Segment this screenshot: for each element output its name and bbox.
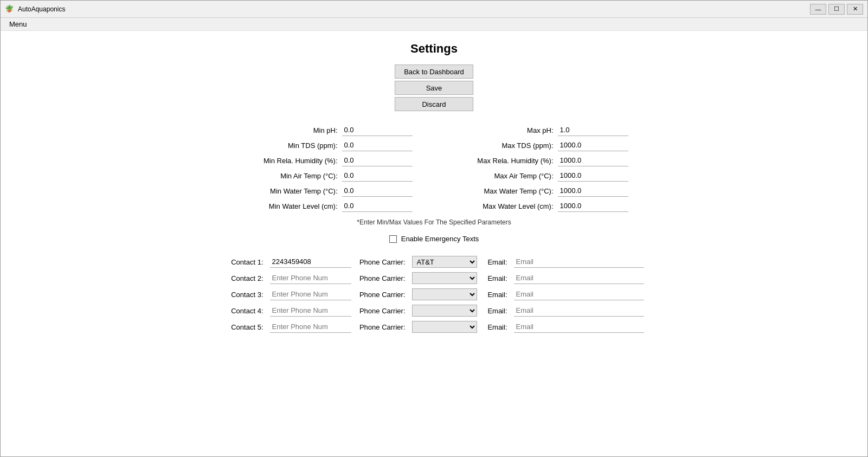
contact-5-label: Contact 5:	[224, 323, 263, 331]
params-section: Min pH: Min TDS (ppm): Min Rela. Humidit…	[240, 124, 628, 212]
max-ph-label: Max pH:	[456, 126, 554, 134]
contacts-section: Contact 1: Phone Carrier: AT&T Verizon T…	[224, 256, 644, 333]
min-water-temp-input[interactable]	[342, 185, 413, 197]
min-tds-row: Min TDS (ppm):	[240, 139, 413, 151]
min-water-level-label: Min Water Level (cm):	[240, 202, 338, 210]
min-humidity-label: Min Rela. Humidity (%):	[240, 157, 338, 165]
contact-2-email-input[interactable]	[514, 272, 644, 284]
enable-emergency-checkbox[interactable]	[389, 235, 397, 243]
min-humidity-input[interactable]	[342, 155, 413, 166]
min-water-level-input[interactable]	[342, 200, 413, 212]
action-buttons: Back to Dashboard Save Discard	[395, 65, 473, 111]
page-title: Settings	[410, 42, 458, 56]
close-button[interactable]: ✕	[847, 4, 863, 15]
max-params-col: Max pH: Max TDS (ppm): Max Rela. Humidit…	[456, 124, 628, 212]
contact-4-label: Contact 4:	[224, 307, 263, 315]
contact-2-carrier-select[interactable]: AT&T Verizon T-Mobile Sprint Other	[412, 272, 477, 284]
title-bar: 🪴 AutoAquaponics — ☐ ✕	[1, 1, 867, 18]
contact-4-carrier-select[interactable]: AT&T Verizon T-Mobile Sprint Other	[412, 305, 477, 317]
emergency-row: Enable Emergency Texts	[389, 235, 479, 243]
max-humidity-label: Max Rela. Humidity (%):	[456, 157, 554, 165]
max-ph-input[interactable]	[558, 124, 628, 136]
contact-3-carrier-label: Phone Carrier:	[358, 291, 406, 299]
min-humidity-row: Min Rela. Humidity (%):	[240, 155, 413, 166]
title-bar-controls: — ☐ ✕	[810, 4, 863, 15]
title-bar-left: 🪴 AutoAquaponics	[5, 4, 65, 14]
menu-item-menu[interactable]: Menu	[5, 19, 31, 29]
contact-3-row: Contact 3: Phone Carrier: AT&T Verizon T…	[224, 288, 644, 300]
max-air-temp-label: Max Air Temp (°C):	[456, 172, 554, 180]
max-water-temp-label: Max Water Temp (°C):	[456, 187, 554, 195]
contact-5-carrier-select[interactable]: AT&T Verizon T-Mobile Sprint Other	[412, 321, 477, 333]
max-tds-row: Max TDS (ppm):	[456, 139, 628, 151]
contact-2-row: Contact 2: Phone Carrier: AT&T Verizon T…	[224, 272, 644, 284]
contact-1-email-label: Email:	[484, 258, 507, 266]
contact-1-email-input[interactable]	[514, 256, 644, 268]
min-air-temp-label: Min Air Temp (°C):	[240, 172, 338, 180]
min-water-level-row: Min Water Level (cm):	[240, 200, 413, 212]
contact-5-row: Contact 5: Phone Carrier: AT&T Verizon T…	[224, 321, 644, 333]
min-ph-label: Min pH:	[240, 126, 338, 134]
contact-5-carrier-label: Phone Carrier:	[358, 323, 406, 331]
min-ph-row: Min pH:	[240, 124, 413, 136]
contact-3-email-label: Email:	[484, 291, 507, 299]
max-water-temp-row: Max Water Temp (°C):	[456, 185, 628, 197]
contact-3-label: Contact 3:	[224, 291, 263, 299]
contact-3-carrier-select[interactable]: AT&T Verizon T-Mobile Sprint Other	[412, 288, 477, 300]
enable-emergency-label: Enable Emergency Texts	[401, 235, 479, 243]
min-air-temp-row: Min Air Temp (°C):	[240, 170, 413, 182]
max-air-temp-row: Max Air Temp (°C):	[456, 170, 628, 182]
max-tds-label: Max TDS (ppm):	[456, 141, 554, 150]
max-water-level-row: Max Water Level (cm):	[456, 200, 628, 212]
contact-4-email-input[interactable]	[514, 305, 644, 317]
contact-2-carrier-label: Phone Carrier:	[358, 274, 406, 282]
back-to-dashboard-button[interactable]: Back to Dashboard	[395, 65, 473, 79]
max-water-temp-input[interactable]	[558, 185, 628, 197]
contact-5-email-label: Email:	[484, 323, 507, 331]
max-water-level-label: Max Water Level (cm):	[456, 202, 554, 210]
max-humidity-row: Max Rela. Humidity (%):	[456, 155, 628, 166]
app-window: 🪴 AutoAquaponics — ☐ ✕ Menu Settings Bac…	[0, 0, 868, 457]
contact-5-phone-input[interactable]	[270, 321, 351, 333]
contact-3-email-input[interactable]	[514, 288, 644, 300]
contact-5-email-input[interactable]	[514, 321, 644, 333]
contact-1-carrier-label: Phone Carrier:	[358, 258, 406, 266]
save-button[interactable]: Save	[395, 81, 473, 95]
minimize-button[interactable]: —	[810, 4, 826, 15]
app-title: AutoAquaponics	[18, 5, 65, 13]
min-water-temp-label: Min Water Temp (°C):	[240, 187, 338, 195]
app-icon: 🪴	[5, 4, 15, 14]
contact-1-label: Contact 1:	[224, 258, 263, 266]
contact-4-phone-input[interactable]	[270, 305, 351, 317]
contact-2-label: Contact 2:	[224, 274, 263, 282]
min-water-temp-row: Min Water Temp (°C):	[240, 185, 413, 197]
menu-bar: Menu	[1, 18, 867, 31]
contact-2-phone-input[interactable]	[270, 272, 351, 284]
contact-1-phone-input[interactable]	[270, 256, 351, 268]
contact-2-email-label: Email:	[484, 274, 507, 282]
discard-button[interactable]: Discard	[395, 97, 473, 111]
contact-3-phone-input[interactable]	[270, 288, 351, 300]
max-humidity-input[interactable]	[558, 155, 628, 166]
min-params-col: Min pH: Min TDS (ppm): Min Rela. Humidit…	[240, 124, 413, 212]
max-water-level-input[interactable]	[558, 200, 628, 212]
contact-4-email-label: Email:	[484, 307, 507, 315]
params-hint: *Enter Min/Max Values For The Specified …	[357, 218, 511, 226]
maximize-button[interactable]: ☐	[828, 4, 845, 15]
max-air-temp-input[interactable]	[558, 170, 628, 182]
min-air-temp-input[interactable]	[342, 170, 413, 182]
contact-1-row: Contact 1: Phone Carrier: AT&T Verizon T…	[224, 256, 644, 268]
min-ph-input[interactable]	[342, 124, 413, 136]
contact-4-row: Contact 4: Phone Carrier: AT&T Verizon T…	[224, 305, 644, 317]
min-tds-input[interactable]	[342, 139, 413, 151]
min-tds-label: Min TDS (ppm):	[240, 141, 338, 150]
max-ph-row: Max pH:	[456, 124, 628, 136]
max-tds-input[interactable]	[558, 139, 628, 151]
contact-4-carrier-label: Phone Carrier:	[358, 307, 406, 315]
contact-1-carrier-select[interactable]: AT&T Verizon T-Mobile Sprint Other	[412, 256, 477, 268]
content-area: Settings Back to Dashboard Save Discard …	[1, 31, 867, 456]
